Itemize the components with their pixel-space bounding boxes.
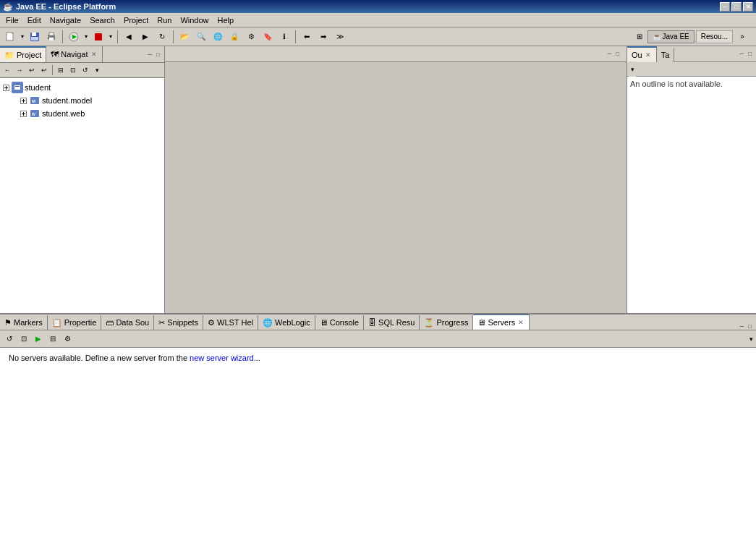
lock-button[interactable]: 🔒 — [226, 29, 242, 45]
save-button[interactable] — [27, 29, 43, 45]
link-editor-btn[interactable]: ⊡ — [67, 64, 79, 76]
server-stop-btn[interactable]: ⊡ — [17, 333, 30, 346]
nav-up-btn[interactable]: ↩ — [26, 64, 38, 76]
progress-icon: ⏳ — [424, 318, 434, 328]
back-button[interactable]: ◀ — [121, 29, 137, 45]
navigator-close-icon[interactable]: ✕ — [90, 51, 98, 58]
hist-more-button[interactable]: ≫ — [332, 29, 348, 45]
tree-item-student[interactable]: student — [1, 81, 163, 94]
svg-rect-4 — [32, 33, 36, 36]
title-bar: ☕ Java EE - Eclipse Platform ─ □ ✕ — [0, 0, 756, 13]
project-tree: student M student.model — [0, 78, 164, 313]
menu-project[interactable]: Project — [119, 14, 153, 26]
tree-item-student-model[interactable]: M student.model — [19, 94, 163, 107]
hist-fwd-button[interactable]: ➡ — [315, 29, 331, 45]
nav-back-btn[interactable]: ← — [1, 64, 13, 76]
bottom-panel-tabs: ⚑ Markers 📋 Propertie 🗃 Data Sou ✂ Snipp… — [0, 314, 756, 330]
minimize-button[interactable]: ─ — [720, 2, 730, 12]
right-panel-menu[interactable]: ▾ — [629, 61, 636, 77]
run-dropdown[interactable]: ▾ — [82, 29, 90, 45]
menu-edit[interactable]: Edit — [23, 14, 46, 26]
tab-console[interactable]: 🖥 Console — [315, 315, 364, 330]
bookmark-button[interactable]: 🔖 — [260, 29, 276, 45]
tab-progress[interactable]: ⏳ Progress — [420, 315, 473, 330]
tab-outline[interactable]: Ou ✕ — [627, 46, 657, 62]
bottom-toolbar-menu[interactable]: ▾ — [749, 335, 753, 343]
bottom-panel-maximize[interactable]: □ — [747, 323, 753, 330]
tab-servers[interactable]: 🖥 Servers ✕ — [473, 314, 530, 330]
server-start-btn[interactable]: ▶ — [32, 333, 45, 346]
tree-item-student-web[interactable]: W student.web — [19, 107, 163, 120]
center-panel-maximize[interactable]: □ — [614, 51, 621, 57]
expander-student-web[interactable] — [19, 109, 27, 118]
datasource-icon: 🗃 — [106, 318, 114, 327]
menu-navigate[interactable]: Navigate — [46, 14, 85, 26]
tab-weblogic[interactable]: 🌐 WebLogic — [258, 315, 315, 330]
menu-search[interactable]: Search — [85, 14, 119, 26]
wlst-icon: ⚙ — [208, 318, 215, 328]
outline-close-icon[interactable]: ✕ — [645, 51, 652, 59]
menu-run[interactable]: Run — [153, 14, 176, 26]
panel-menu-btn[interactable]: ▾ — [92, 64, 102, 76]
server-refresh-btn[interactable]: ↺ — [3, 333, 16, 346]
perspective-resource[interactable]: Resou... — [696, 30, 733, 43]
student-model-label: student.model — [42, 96, 92, 105]
center-panel-header: ─ □ — [165, 46, 627, 62]
hist-back-button[interactable]: ⬅ — [299, 29, 315, 45]
perspective-overflow[interactable]: » — [734, 29, 750, 45]
web-button[interactable]: 🌐 — [210, 29, 226, 45]
menu-help[interactable]: Help — [213, 14, 239, 26]
right-panel-maximize[interactable]: □ — [747, 51, 753, 57]
expander-student[interactable] — [1, 83, 10, 92]
student-label: student — [25, 83, 51, 92]
tab-snippets[interactable]: ✂ Snippets — [154, 315, 203, 330]
left-panel: 📁 Project 🗺 Navigat ✕ ─ □ ← → ↩ ↩ ⊟ ⊡ ↺ … — [0, 46, 165, 313]
toolbar-group-misc: 📂 🔍 🌐 🔒 ⚙ 🔖 ℹ — [177, 29, 292, 45]
tab-properties[interactable]: 📋 Propertie — [48, 315, 102, 330]
tab-datasource[interactable]: 🗃 Data Sou — [101, 315, 154, 330]
menu-window[interactable]: Window — [176, 14, 213, 26]
tab-project[interactable]: 📁 Project — [0, 46, 46, 62]
maximize-button[interactable]: □ — [731, 2, 742, 12]
right-panel-minimize[interactable]: ─ — [738, 51, 745, 57]
servers-toolbar: ↺ ⊡ ▶ ⊟ ⚙ ▾ — [0, 330, 756, 348]
tab-task[interactable]: Ta — [657, 48, 675, 62]
stop-dropdown[interactable]: ▾ — [107, 29, 114, 45]
open-button[interactable]: 📂 — [177, 29, 192, 45]
left-panel-maximize[interactable]: □ — [155, 51, 161, 58]
open-perspective-button[interactable]: ⊞ — [633, 30, 646, 43]
servers-close-icon[interactable]: ✕ — [517, 319, 524, 326]
new-button[interactable] — [3, 29, 19, 45]
close-window-button[interactable]: ✕ — [743, 2, 753, 12]
server-remove-btn[interactable]: ⊟ — [46, 333, 59, 346]
print-button[interactable] — [43, 29, 59, 45]
forward-button[interactable]: ▶ — [137, 29, 153, 45]
nav-refresh-btn[interactable]: ↩ — [38, 64, 50, 76]
center-panel-minimize[interactable]: ─ — [606, 51, 613, 57]
student-project-icon — [12, 82, 23, 93]
refresh-button[interactable]: ↻ — [154, 29, 170, 45]
search-btn[interactable]: 🔍 — [193, 29, 209, 45]
menu-file[interactable]: File — [1, 14, 23, 26]
title-icon: ☕ — [3, 2, 13, 12]
tab-sqlresults[interactable]: 🗄 SQL Resu — [364, 315, 420, 330]
gear-button[interactable]: ⚙ — [243, 29, 259, 45]
toolbar-group-history: ⬅ ➡ ≫ — [299, 29, 348, 45]
view-menu-btn[interactable]: ↺ — [80, 64, 91, 76]
server-settings-btn[interactable]: ⚙ — [61, 333, 74, 346]
collapse-all-btn[interactable]: ⊟ — [55, 64, 67, 76]
new-server-wizard-link[interactable]: new server wizard — [190, 354, 254, 362]
stop-button[interactable] — [90, 29, 106, 45]
info-button[interactable]: ℹ — [276, 29, 292, 45]
perspective-javaee[interactable]: ☕ Java EE — [647, 30, 695, 43]
left-panel-minimize[interactable]: ─ — [146, 51, 153, 58]
expander-student-model[interactable] — [19, 96, 27, 105]
tab-markers[interactable]: ⚑ Markers — [0, 315, 48, 330]
run-last-button[interactable] — [66, 29, 82, 45]
javaee-icon: ☕ — [653, 33, 661, 40]
new-dropdown[interactable]: ▾ — [19, 29, 26, 45]
tab-navigator[interactable]: 🗺 Navigat ✕ — [46, 46, 102, 62]
tab-wlsthelp[interactable]: ⚙ WLST Hel — [203, 315, 258, 330]
bottom-panel-minimize[interactable]: ─ — [738, 323, 745, 330]
nav-fwd-btn[interactable]: → — [14, 64, 25, 76]
